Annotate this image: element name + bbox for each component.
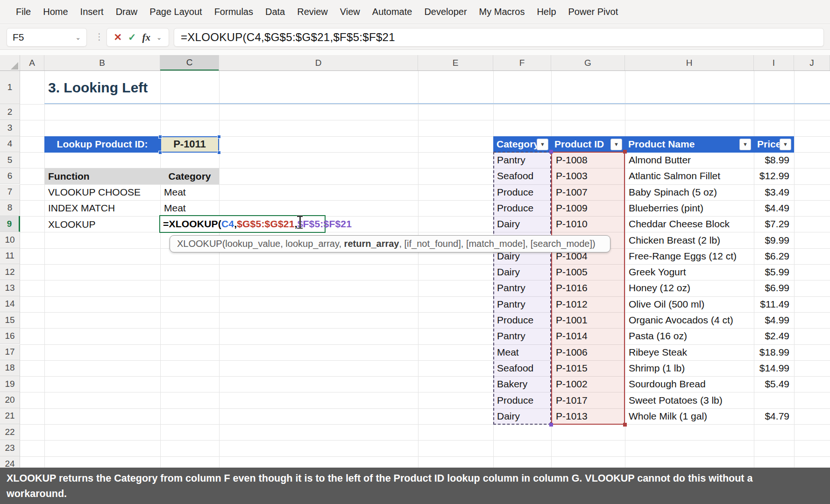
lookup-value-cell[interactable]: P-1011 xyxy=(160,136,219,153)
function-name-cell[interactable]: VLOOKUP CHOOSE xyxy=(44,184,160,201)
confirm-entry-button[interactable]: ✓ xyxy=(128,32,136,43)
filter-button-price[interactable]: ▼ xyxy=(780,139,791,150)
cell-product-name-9[interactable]: Cheddar Cheese Block xyxy=(629,216,730,232)
menu-tab-file[interactable]: File xyxy=(16,7,31,17)
cell-price-6[interactable]: $12.99 xyxy=(754,168,789,184)
menu-tab-formulas[interactable]: Formulas xyxy=(214,7,253,17)
select-all-corner[interactable] xyxy=(0,55,20,71)
table-header-product-name[interactable]: Product Name xyxy=(625,136,754,153)
cell-product-name-5[interactable]: Almond Butter xyxy=(629,152,691,168)
cell-price-7[interactable]: $3.49 xyxy=(754,184,789,200)
cell-price-8[interactable]: $4.49 xyxy=(754,200,789,216)
row-header-1[interactable]: 1 xyxy=(0,71,20,104)
row-header-11[interactable]: 11 xyxy=(0,248,20,264)
cell-product-name-17[interactable]: Ribeye Steak xyxy=(629,344,687,360)
cell-price-15[interactable]: $4.99 xyxy=(754,312,789,328)
cell-product-name-20[interactable]: Sweet Potatoes (3 lb) xyxy=(629,392,723,408)
row-header-23[interactable]: 23 xyxy=(0,440,20,456)
function-header-cell[interactable]: Function xyxy=(44,168,160,184)
menu-tab-review[interactable]: Review xyxy=(297,7,328,17)
row-header-9[interactable]: 9 xyxy=(0,216,20,232)
menu-tab-help[interactable]: Help xyxy=(537,7,556,17)
row-header-22[interactable]: 22 xyxy=(0,424,20,440)
menu-tab-insert[interactable]: Insert xyxy=(80,7,104,17)
cell-price-10[interactable]: $9.99 xyxy=(754,232,789,248)
column-header-F[interactable]: F xyxy=(493,55,551,71)
row-header-13[interactable]: 13 xyxy=(0,280,20,296)
row-header-12[interactable]: 12 xyxy=(0,264,20,280)
row-header-20[interactable]: 20 xyxy=(0,392,20,408)
cell-price-9[interactable]: $7.29 xyxy=(754,216,789,232)
cell-product-name-10[interactable]: Chicken Breast (2 lb) xyxy=(629,232,720,248)
menu-tab-page-layout[interactable]: Page Layout xyxy=(149,7,202,17)
lookup-label-cell[interactable]: Lookup Product ID: xyxy=(44,136,160,153)
column-header-C[interactable]: C xyxy=(160,55,219,71)
chevron-down-icon[interactable]: ⌄ xyxy=(156,34,162,41)
cell-product-name-14[interactable]: Olive Oil (500 ml) xyxy=(629,296,704,312)
result-cell[interactable]: Meat xyxy=(160,200,219,217)
cell-product-name-19[interactable]: Sourdough Bread xyxy=(629,376,706,392)
row-header-14[interactable]: 14 xyxy=(0,296,20,312)
cell-product-name-16[interactable]: Pasta (16 oz) xyxy=(629,328,687,344)
row-header-5[interactable]: 5 xyxy=(0,152,20,168)
column-header-B[interactable]: B xyxy=(44,55,160,71)
menu-tab-view[interactable]: View xyxy=(340,7,360,17)
column-header-H[interactable]: H xyxy=(625,55,754,71)
cell-product-name-21[interactable]: Whole Milk (1 gal) xyxy=(629,408,707,424)
row-header-4[interactable]: 4 xyxy=(0,136,20,152)
row-header-19[interactable]: 19 xyxy=(0,376,20,392)
cell-product-name-12[interactable]: Greek Yogurt xyxy=(629,264,686,280)
cell-price-17[interactable]: $18.99 xyxy=(754,344,789,360)
result-cell[interactable]: Meat xyxy=(160,184,219,201)
chevron-down-icon[interactable]: ⌄ xyxy=(75,34,81,41)
menu-tab-data[interactable]: Data xyxy=(265,7,285,17)
row-header-18[interactable]: 18 xyxy=(0,360,20,376)
cell-product-name-6[interactable]: Atlantic Salmon Fillet xyxy=(629,168,720,184)
column-header-G[interactable]: G xyxy=(551,55,625,71)
menu-tab-power-pivot[interactable]: Power Pivot xyxy=(568,7,618,17)
row-header-6[interactable]: 6 xyxy=(0,168,20,184)
function-name-cell[interactable]: XLOOKUP xyxy=(44,216,160,232)
column-header-J[interactable]: J xyxy=(794,55,830,71)
category-header-cell[interactable]: Category xyxy=(160,168,219,184)
column-header-A[interactable]: A xyxy=(20,55,44,71)
cell-price-21[interactable]: $4.79 xyxy=(754,408,789,424)
insert-function-button[interactable]: fx xyxy=(142,32,150,43)
menu-tab-automate[interactable]: Automate xyxy=(372,7,412,17)
menu-tab-my-macros[interactable]: My Macros xyxy=(479,7,525,17)
row-header-8[interactable]: 8 xyxy=(0,200,20,216)
menu-tab-draw[interactable]: Draw xyxy=(116,7,138,17)
row-header-15[interactable]: 15 xyxy=(0,312,20,328)
cell-product-name-18[interactable]: Shrimp (1 lb) xyxy=(629,360,685,376)
cell-product-name-8[interactable]: Blueberries (pint) xyxy=(629,200,703,216)
cell-price-19[interactable]: $5.49 xyxy=(754,376,789,392)
cell-price-5[interactable]: $8.99 xyxy=(754,152,789,168)
menu-tab-developer[interactable]: Developer xyxy=(424,7,467,17)
cell-product-name-13[interactable]: Honey (12 oz) xyxy=(629,280,690,296)
filter-button-product-name[interactable]: ▼ xyxy=(739,139,751,150)
function-name-cell[interactable]: INDEX MATCH xyxy=(44,200,160,217)
cell-price-18[interactable]: $14.99 xyxy=(754,360,789,376)
cell-product-name-11[interactable]: Free-Range Eggs (12 ct) xyxy=(629,248,737,264)
formula-input[interactable]: =XLOOKUP(C4,$G$5:$G$21,$F$5:$F$21 xyxy=(174,28,824,47)
cell-product-name-7[interactable]: Baby Spinach (5 oz) xyxy=(629,184,717,200)
filter-button-product-id[interactable]: ▼ xyxy=(610,139,622,150)
column-header-I[interactable]: I xyxy=(754,55,794,71)
row-header-16[interactable]: 16 xyxy=(0,328,20,344)
row-header-21[interactable]: 21 xyxy=(0,408,20,424)
row-header-3[interactable]: 3 xyxy=(0,120,20,136)
cancel-entry-button[interactable]: ✕ xyxy=(114,32,122,43)
menu-tab-home[interactable]: Home xyxy=(43,7,68,17)
row-header-7[interactable]: 7 xyxy=(0,184,20,200)
cell-price-11[interactable]: $6.29 xyxy=(754,248,789,264)
row-header-17[interactable]: 17 xyxy=(0,344,20,360)
column-header-E[interactable]: E xyxy=(418,55,493,71)
column-header-D[interactable]: D xyxy=(219,55,418,71)
cell-price-16[interactable]: $2.49 xyxy=(754,328,789,344)
cell-price-12[interactable]: $5.99 xyxy=(754,264,789,280)
name-box[interactable]: F5 ⌄ xyxy=(7,28,87,47)
cell-price-14[interactable]: $11.49 xyxy=(754,296,789,312)
cell-price-13[interactable]: $6.99 xyxy=(754,280,789,296)
cell-product-name-15[interactable]: Organic Avocados (4 ct) xyxy=(629,312,733,328)
row-header-10[interactable]: 10 xyxy=(0,232,20,248)
